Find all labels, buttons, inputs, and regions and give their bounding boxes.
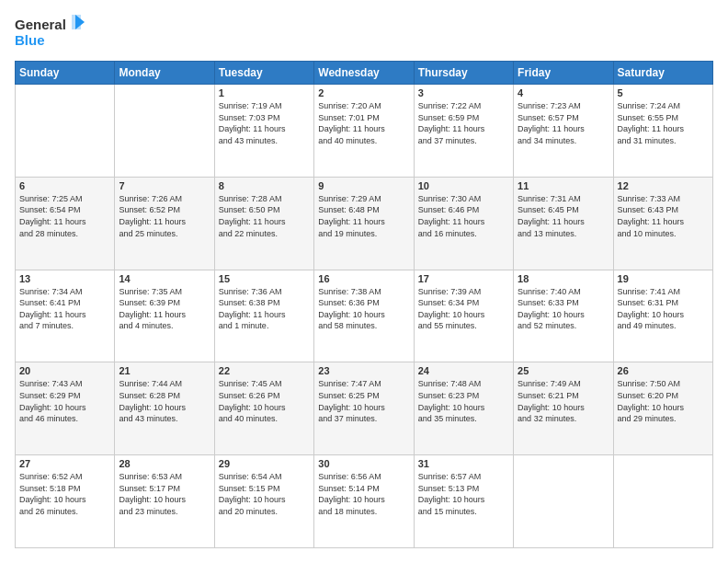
day-info: Sunrise: 7:22 AM Sunset: 6:59 PM Dayligh… bbox=[418, 100, 509, 146]
day-info: Sunrise: 7:29 AM Sunset: 6:48 PM Dayligh… bbox=[318, 193, 409, 239]
day-number: 26 bbox=[618, 365, 709, 376]
day-number: 27 bbox=[19, 458, 110, 469]
day-info: Sunrise: 6:57 AM Sunset: 5:13 PM Dayligh… bbox=[418, 471, 509, 517]
day-info: Sunrise: 7:28 AM Sunset: 6:50 PM Dayligh… bbox=[219, 193, 310, 239]
day-info: Sunrise: 7:41 AM Sunset: 6:31 PM Dayligh… bbox=[618, 286, 709, 332]
day-cell: 28Sunrise: 6:53 AM Sunset: 5:17 PM Dayli… bbox=[115, 455, 214, 548]
day-info: Sunrise: 7:40 AM Sunset: 6:33 PM Dayligh… bbox=[518, 286, 609, 332]
day-info: Sunrise: 7:48 AM Sunset: 6:23 PM Dayligh… bbox=[418, 378, 509, 424]
day-info: Sunrise: 7:24 AM Sunset: 6:55 PM Dayligh… bbox=[618, 100, 709, 146]
day-info: Sunrise: 7:49 AM Sunset: 6:21 PM Dayligh… bbox=[518, 378, 609, 424]
day-number: 14 bbox=[119, 273, 210, 284]
day-info: Sunrise: 7:47 AM Sunset: 6:25 PM Dayligh… bbox=[318, 378, 409, 424]
week-row-2: 13Sunrise: 7:34 AM Sunset: 6:41 PM Dayli… bbox=[16, 270, 713, 362]
day-info: Sunrise: 7:25 AM Sunset: 6:54 PM Dayligh… bbox=[19, 193, 110, 239]
day-cell: 27Sunrise: 6:52 AM Sunset: 5:18 PM Dayli… bbox=[16, 455, 115, 548]
day-info: Sunrise: 7:33 AM Sunset: 6:43 PM Dayligh… bbox=[618, 193, 709, 239]
day-cell: 24Sunrise: 7:48 AM Sunset: 6:23 PM Dayli… bbox=[414, 362, 513, 455]
svg-text:General: General bbox=[15, 17, 66, 32]
day-cell: 7Sunrise: 7:26 AM Sunset: 6:52 PM Daylig… bbox=[115, 177, 214, 270]
day-info: Sunrise: 6:56 AM Sunset: 5:14 PM Dayligh… bbox=[318, 471, 409, 517]
day-info: Sunrise: 7:26 AM Sunset: 6:52 PM Dayligh… bbox=[119, 193, 210, 239]
day-info: Sunrise: 7:39 AM Sunset: 6:34 PM Dayligh… bbox=[418, 286, 509, 332]
logo-icon: General Blue bbox=[15, 15, 88, 52]
day-number: 25 bbox=[518, 365, 609, 376]
day-info: Sunrise: 7:19 AM Sunset: 7:03 PM Dayligh… bbox=[219, 100, 310, 146]
day-number: 13 bbox=[19, 273, 110, 284]
day-number: 18 bbox=[518, 273, 609, 284]
day-cell: 26Sunrise: 7:50 AM Sunset: 6:20 PM Dayli… bbox=[613, 362, 712, 455]
day-cell: 23Sunrise: 7:47 AM Sunset: 6:25 PM Dayli… bbox=[314, 362, 414, 455]
weekday-monday: Monday bbox=[115, 62, 214, 85]
day-cell: 25Sunrise: 7:49 AM Sunset: 6:21 PM Dayli… bbox=[514, 362, 613, 455]
weekday-thursday: Thursday bbox=[414, 62, 513, 85]
day-info: Sunrise: 6:52 AM Sunset: 5:18 PM Dayligh… bbox=[19, 471, 110, 517]
day-number: 7 bbox=[119, 180, 210, 191]
day-cell: 31Sunrise: 6:57 AM Sunset: 5:13 PM Dayli… bbox=[414, 455, 513, 548]
day-number: 19 bbox=[618, 273, 709, 284]
calendar-table: SundayMondayTuesdayWednesdayThursdayFrid… bbox=[15, 61, 713, 548]
day-info: Sunrise: 7:43 AM Sunset: 6:29 PM Dayligh… bbox=[19, 378, 110, 424]
day-cell: 5Sunrise: 7:24 AM Sunset: 6:55 PM Daylig… bbox=[613, 85, 712, 178]
day-cell: 17Sunrise: 7:39 AM Sunset: 6:34 PM Dayli… bbox=[414, 270, 513, 362]
day-info: Sunrise: 7:45 AM Sunset: 6:26 PM Dayligh… bbox=[219, 378, 310, 424]
day-cell: 11Sunrise: 7:31 AM Sunset: 6:45 PM Dayli… bbox=[514, 177, 613, 270]
day-number: 22 bbox=[219, 365, 310, 376]
day-cell: 21Sunrise: 7:44 AM Sunset: 6:28 PM Dayli… bbox=[115, 362, 214, 455]
day-number: 6 bbox=[19, 180, 110, 191]
header: General Blue bbox=[15, 15, 713, 52]
day-cell: 1Sunrise: 7:19 AM Sunset: 7:03 PM Daylig… bbox=[214, 85, 313, 178]
day-number: 23 bbox=[318, 365, 409, 376]
day-number: 1 bbox=[219, 87, 310, 98]
day-number: 3 bbox=[418, 87, 509, 98]
day-info: Sunrise: 7:23 AM Sunset: 6:57 PM Dayligh… bbox=[518, 100, 609, 146]
day-cell: 14Sunrise: 7:35 AM Sunset: 6:39 PM Dayli… bbox=[115, 270, 214, 362]
day-info: Sunrise: 6:53 AM Sunset: 5:17 PM Dayligh… bbox=[119, 471, 210, 517]
day-cell: 8Sunrise: 7:28 AM Sunset: 6:50 PM Daylig… bbox=[214, 177, 313, 270]
day-number: 12 bbox=[618, 180, 709, 191]
day-cell: 15Sunrise: 7:36 AM Sunset: 6:38 PM Dayli… bbox=[214, 270, 313, 362]
day-cell: 10Sunrise: 7:30 AM Sunset: 6:46 PM Dayli… bbox=[414, 177, 513, 270]
day-cell: 9Sunrise: 7:29 AM Sunset: 6:48 PM Daylig… bbox=[314, 177, 414, 270]
day-number: 4 bbox=[518, 87, 609, 98]
day-number: 24 bbox=[418, 365, 509, 376]
day-info: Sunrise: 7:30 AM Sunset: 6:46 PM Dayligh… bbox=[418, 193, 509, 239]
weekday-wednesday: Wednesday bbox=[314, 62, 414, 85]
day-cell: 19Sunrise: 7:41 AM Sunset: 6:31 PM Dayli… bbox=[613, 270, 712, 362]
day-cell: 16Sunrise: 7:38 AM Sunset: 6:36 PM Dayli… bbox=[314, 270, 414, 362]
day-number: 2 bbox=[318, 87, 409, 98]
day-number: 30 bbox=[318, 458, 409, 469]
day-number: 15 bbox=[219, 273, 310, 284]
week-row-1: 6Sunrise: 7:25 AM Sunset: 6:54 PM Daylig… bbox=[16, 177, 713, 270]
day-info: Sunrise: 7:34 AM Sunset: 6:41 PM Dayligh… bbox=[19, 286, 110, 332]
weekday-saturday: Saturday bbox=[613, 62, 712, 85]
day-cell bbox=[613, 455, 712, 548]
day-cell: 2Sunrise: 7:20 AM Sunset: 7:01 PM Daylig… bbox=[314, 85, 414, 178]
day-number: 5 bbox=[618, 87, 709, 98]
day-info: Sunrise: 7:50 AM Sunset: 6:20 PM Dayligh… bbox=[618, 378, 709, 424]
day-info: Sunrise: 7:44 AM Sunset: 6:28 PM Dayligh… bbox=[119, 378, 210, 424]
day-info: Sunrise: 7:38 AM Sunset: 6:36 PM Dayligh… bbox=[318, 286, 409, 332]
day-number: 20 bbox=[19, 365, 110, 376]
day-cell: 29Sunrise: 6:54 AM Sunset: 5:15 PM Dayli… bbox=[214, 455, 313, 548]
day-number: 8 bbox=[219, 180, 310, 191]
day-number: 9 bbox=[318, 180, 409, 191]
weekday-header-row: SundayMondayTuesdayWednesdayThursdayFrid… bbox=[16, 62, 713, 85]
day-number: 21 bbox=[119, 365, 210, 376]
calendar-page: General Blue SundayMondayTuesdayWednesda… bbox=[0, 0, 728, 563]
day-cell: 18Sunrise: 7:40 AM Sunset: 6:33 PM Dayli… bbox=[514, 270, 613, 362]
day-number: 11 bbox=[518, 180, 609, 191]
day-number: 29 bbox=[219, 458, 310, 469]
day-cell bbox=[16, 85, 115, 178]
weekday-tuesday: Tuesday bbox=[214, 62, 313, 85]
day-info: Sunrise: 6:54 AM Sunset: 5:15 PM Dayligh… bbox=[219, 471, 310, 517]
day-info: Sunrise: 7:35 AM Sunset: 6:39 PM Dayligh… bbox=[119, 286, 210, 332]
day-cell: 3Sunrise: 7:22 AM Sunset: 6:59 PM Daylig… bbox=[414, 85, 513, 178]
day-cell: 30Sunrise: 6:56 AM Sunset: 5:14 PM Dayli… bbox=[314, 455, 414, 548]
day-info: Sunrise: 7:20 AM Sunset: 7:01 PM Dayligh… bbox=[318, 100, 409, 146]
day-number: 16 bbox=[318, 273, 409, 284]
week-row-3: 20Sunrise: 7:43 AM Sunset: 6:29 PM Dayli… bbox=[16, 362, 713, 455]
day-cell: 4Sunrise: 7:23 AM Sunset: 6:57 PM Daylig… bbox=[514, 85, 613, 178]
day-cell: 6Sunrise: 7:25 AM Sunset: 6:54 PM Daylig… bbox=[16, 177, 115, 270]
weekday-friday: Friday bbox=[514, 62, 613, 85]
